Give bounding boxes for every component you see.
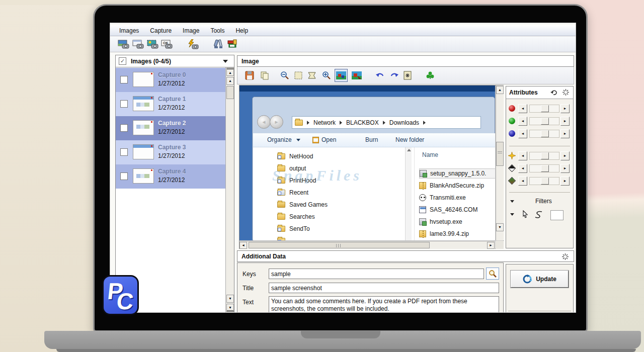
saturation-slider-thumb[interactable] — [541, 178, 549, 185]
menu-image[interactable]: Image — [183, 27, 199, 34]
keys-input[interactable] — [269, 269, 484, 279]
keys-search-button[interactable] — [486, 268, 499, 280]
green-decrease-button[interactable]: ◄ — [518, 117, 527, 126]
color-swatch[interactable] — [550, 210, 564, 220]
contrast-slider-thumb[interactable] — [541, 165, 549, 172]
brightness-decrease-button[interactable]: ◄ — [518, 151, 527, 160]
contrast-slider-track[interactable] — [529, 164, 559, 172]
filter-dropdown-icon[interactable] — [510, 213, 514, 216]
capture-0-checkbox[interactable] — [120, 76, 128, 83]
organize-command: Organize — [267, 136, 292, 143]
name-column-header: Name — [422, 151, 438, 158]
print-export-button[interactable] — [226, 38, 239, 50]
selection-button[interactable] — [292, 69, 305, 82]
undo-button[interactable] — [374, 69, 387, 82]
saturation-decrease-button[interactable]: ◄ — [518, 177, 527, 186]
brightness-slider-track[interactable] — [529, 152, 559, 160]
resize-image-button[interactable] — [350, 69, 363, 82]
green-increase-button[interactable]: ► — [560, 117, 570, 126]
capture-row-0[interactable]: Capture 0 1/27/2012 — [116, 68, 225, 92]
scrollbar-corner — [496, 241, 504, 249]
capture-4-checkbox[interactable] — [120, 172, 128, 180]
quick-capture-button[interactable] — [186, 38, 199, 50]
scroll-up-button[interactable]: ▲ — [226, 77, 234, 85]
scroll-bottom-button[interactable]: ▼ — [226, 304, 234, 312]
select-all-checkbox[interactable]: ✓ — [119, 57, 126, 65]
menu-capture[interactable]: Capture — [150, 27, 172, 34]
green-slider-track[interactable] — [529, 117, 559, 125]
viewer-scroll-up[interactable]: ▲ — [496, 86, 504, 94]
smooth-tool-icon[interactable] — [534, 211, 543, 219]
update-button[interactable]: Update — [511, 271, 569, 288]
menu-images[interactable]: Images — [119, 27, 139, 34]
capture-region-button[interactable] — [146, 38, 159, 50]
red-increase-button[interactable]: ► — [560, 104, 570, 113]
zoom-in-button[interactable] — [320, 69, 333, 82]
collapse-panel-icon[interactable] — [562, 89, 569, 96]
scroll-top-button[interactable]: ▲ — [226, 68, 234, 76]
red-decrease-button[interactable]: ◄ — [518, 104, 527, 113]
scrollbar-thumb[interactable] — [226, 86, 234, 99]
copy-button[interactable] — [258, 69, 271, 82]
capture-3-checkbox[interactable] — [120, 148, 128, 156]
blue-slider-thumb[interactable] — [541, 130, 549, 137]
viewer-vscroll-thumb[interactable] — [496, 142, 504, 166]
captures-scrollbar[interactable]: ▲ ▲ ▼ ▼ — [225, 67, 234, 313]
saturation-increase-button[interactable]: ► — [560, 177, 570, 186]
undo-attributes-icon[interactable] — [550, 90, 557, 96]
image-viewer: ◄ ► Network BLACKBOX Downloads Organize — [239, 85, 504, 249]
viewer-horizontal-scrollbar[interactable]: ◄ ► — [239, 241, 495, 249]
text-comments-input[interactable]: You can add some comments here. If you c… — [269, 296, 499, 313]
capture-object-button[interactable]: OK — [160, 38, 174, 50]
capture-row-2-selected[interactable]: Capture 2 1/27/2012 — [116, 116, 225, 140]
brightness-slider-thumb[interactable] — [541, 152, 549, 159]
blue-slider-track[interactable] — [529, 130, 559, 138]
title-input[interactable] — [269, 283, 499, 293]
saturation-slider-track[interactable] — [529, 177, 559, 185]
capture-3-date: 1/27/2012 — [158, 152, 185, 159]
border-effect-button[interactable] — [401, 69, 414, 82]
scene: Images Capture Image Tools Help OK — [0, 0, 644, 352]
green-slider-thumb[interactable] — [541, 118, 549, 125]
keys-label: Keys — [243, 271, 256, 278]
red-slider-thumb[interactable] — [541, 105, 549, 112]
share-button[interactable] — [424, 69, 437, 82]
address-bar: Network BLACKBOX Downloads — [292, 116, 481, 129]
scroll-down-button[interactable]: ▼ — [226, 295, 234, 303]
brightness-increase-button[interactable]: ► — [560, 151, 570, 160]
capture-1-checkbox[interactable] — [120, 100, 128, 108]
capture-screen-button[interactable] — [117, 38, 130, 50]
menu-help[interactable]: Help — [235, 27, 248, 34]
zoom-out-button[interactable] — [278, 69, 291, 82]
capture-row-1[interactable]: Capture 1 1/27/2012 — [116, 92, 225, 116]
capture-row-3[interactable]: Capture 3 1/27/2012 — [116, 140, 225, 164]
save-button[interactable] — [243, 69, 256, 82]
viewer-hscroll-thumb[interactable] — [249, 242, 430, 248]
contrast-decrease-button[interactable]: ◄ — [518, 164, 527, 173]
blue-decrease-button[interactable]: ◄ — [518, 129, 527, 138]
red-slider-track[interactable] — [529, 105, 559, 113]
contrast-increase-button[interactable]: ► — [560, 164, 570, 173]
capture-window-button[interactable] — [132, 38, 145, 50]
viewer-scroll-down[interactable]: ▼ — [496, 223, 504, 231]
settings-tools-button[interactable] — [212, 38, 225, 50]
divider — [509, 146, 570, 146]
green-channel-icon — [509, 118, 515, 124]
fit-image-button[interactable] — [335, 69, 348, 82]
viewer-vertical-scrollbar[interactable]: ▲ ▼ — [496, 85, 504, 240]
collapse-section-icon[interactable] — [562, 253, 569, 260]
chevron-down-icon[interactable] — [223, 60, 228, 63]
redo-button[interactable] — [387, 69, 400, 82]
viewer-scroll-left[interactable]: ◄ — [239, 242, 247, 249]
capture-2-checkbox[interactable] — [120, 124, 128, 132]
capture-0-name: Capture 0 — [158, 71, 186, 78]
blue-increase-button[interactable]: ► — [560, 129, 570, 138]
viewer-scroll-right[interactable]: ► — [487, 242, 495, 249]
capture-row-4[interactable]: Capture 4 1/27/2012 — [116, 164, 225, 189]
crop-button[interactable] — [305, 69, 318, 82]
filters-collapse-icon[interactable] — [510, 200, 514, 203]
capture-4-date: 1/27/2012 — [158, 177, 185, 184]
cursor-icon[interactable] — [522, 210, 529, 219]
menu-tools[interactable]: Tools — [210, 27, 224, 34]
organize-dropdown-icon — [296, 139, 300, 141]
